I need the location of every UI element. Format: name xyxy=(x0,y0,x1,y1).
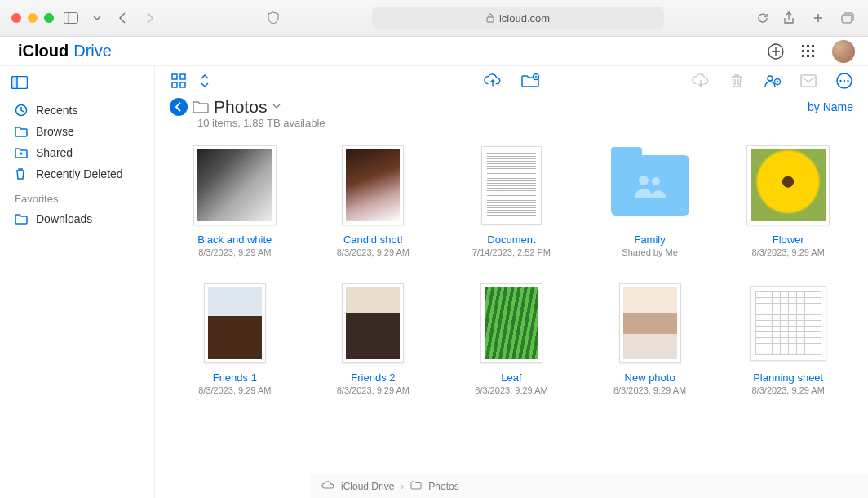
add-circle-icon[interactable] xyxy=(767,42,785,60)
file-item[interactable]: Flower8/3/2023, 9:29 AM xyxy=(723,144,853,257)
breadcrumb-root[interactable]: iCloud Drive xyxy=(341,481,394,492)
image-thumbnail xyxy=(342,145,404,225)
svg-rect-13 xyxy=(807,55,809,57)
sidebar-item-browse[interactable]: Browse xyxy=(7,121,148,142)
svg-rect-20 xyxy=(172,74,177,79)
new-folder-icon[interactable] xyxy=(521,72,539,90)
sidebar-section-favorites: Favorites xyxy=(7,185,148,208)
sidebar-item-label: Shared xyxy=(36,146,73,159)
new-tab-icon[interactable] xyxy=(809,9,827,27)
file-item[interactable]: Black and white8/3/2023, 9:29 AM xyxy=(170,144,300,257)
svg-rect-22 xyxy=(172,82,177,87)
file-item[interactable]: New photo8/3/2023, 9:29 AM xyxy=(585,282,715,395)
tabs-overview-icon[interactable] xyxy=(839,9,857,27)
item-meta: 8/3/2023, 9:29 AM xyxy=(752,247,825,257)
logo-drive: Drive xyxy=(73,42,112,60)
close-window-button[interactable] xyxy=(11,13,21,23)
svg-rect-10 xyxy=(807,50,809,52)
image-thumbnail xyxy=(193,145,277,225)
sidebar-collapse-icon[interactable] xyxy=(7,73,148,100)
document-thumbnail xyxy=(481,146,542,225)
zoom-window-button[interactable] xyxy=(44,13,54,23)
item-name: Candid shot! xyxy=(343,233,403,246)
folder-small-icon xyxy=(410,481,422,492)
image-thumbnail xyxy=(480,283,542,363)
item-meta: Shared by Me xyxy=(622,247,677,257)
folder-thumbnail xyxy=(611,155,689,216)
sidebar-item-label: Recently Deleted xyxy=(36,167,123,180)
item-name: Black and white xyxy=(197,233,272,246)
forward-button[interactable] xyxy=(140,9,158,27)
svg-rect-27 xyxy=(801,75,816,87)
sidebar-item-recents[interactable]: Recents xyxy=(7,100,148,121)
file-item[interactable]: Candid shot!8/3/2023, 9:29 AM xyxy=(308,144,439,257)
sidebar-item-recently-deleted[interactable]: Recently Deleted xyxy=(7,163,148,185)
svg-point-25 xyxy=(768,76,773,81)
main-content: Photos by Name 10 items, 1.89 TB availab… xyxy=(155,66,868,498)
download-icon[interactable] xyxy=(692,72,710,90)
image-thumbnail xyxy=(342,283,404,363)
folder-icon xyxy=(15,126,29,137)
file-item[interactable]: Leaf8/3/2023, 9:29 AM xyxy=(446,282,577,395)
svg-rect-2 xyxy=(487,17,494,22)
title-chevron-icon[interactable] xyxy=(272,100,281,114)
file-item[interactable]: Friends 18/3/2023, 9:29 AM xyxy=(170,282,300,395)
item-name: Flower xyxy=(773,233,804,246)
sidebar-item-downloads[interactable]: Downloads xyxy=(7,208,148,229)
share-icon[interactable] xyxy=(780,9,798,27)
item-meta: 8/3/2023, 9:29 AM xyxy=(337,247,410,257)
item-name: Planning sheet xyxy=(753,371,823,384)
item-name: Friends 2 xyxy=(351,371,395,384)
app-logo[interactable]: iCloud Drive xyxy=(13,42,112,60)
folder-icon xyxy=(15,213,29,225)
collaborate-icon[interactable] xyxy=(764,72,782,90)
view-grid-icon[interactable] xyxy=(170,72,188,90)
reload-icon[interactable] xyxy=(754,9,772,27)
sidebar-item-label: Browse xyxy=(36,125,74,138)
svg-rect-12 xyxy=(802,55,804,57)
item-name: Document xyxy=(487,233,535,246)
clock-icon xyxy=(15,104,29,117)
svg-point-29 xyxy=(839,80,841,82)
svg-rect-7 xyxy=(807,45,809,47)
spreadsheet-thumbnail xyxy=(750,286,826,361)
delete-icon[interactable] xyxy=(728,72,746,90)
file-item[interactable]: Planning sheet8/3/2023, 9:29 AM xyxy=(723,282,853,395)
svg-rect-6 xyxy=(802,45,804,47)
apps-grid-icon[interactable] xyxy=(799,42,817,60)
svg-rect-14 xyxy=(812,55,814,57)
address-text: icloud.com xyxy=(499,12,550,24)
svg-rect-0 xyxy=(64,13,78,24)
lock-icon xyxy=(486,13,494,23)
trash-icon xyxy=(15,167,29,180)
item-name: Friends 1 xyxy=(213,371,257,384)
view-options-icon[interactable] xyxy=(196,72,214,90)
sidebar-item-shared[interactable]: Shared xyxy=(7,142,148,163)
shield-icon[interactable] xyxy=(264,9,282,27)
address-bar[interactable]: icloud.com xyxy=(372,7,664,29)
items-grid: Black and white8/3/2023, 9:29 AMCandid s… xyxy=(155,137,868,498)
svg-rect-11 xyxy=(812,50,814,52)
account-avatar[interactable] xyxy=(832,40,855,63)
breadcrumb-separator-icon: › xyxy=(401,481,404,492)
item-name: Family xyxy=(634,233,665,246)
breadcrumb-current: Photos xyxy=(428,481,458,492)
upload-icon[interactable] xyxy=(484,72,502,90)
file-item[interactable]: Friends 28/3/2023, 9:29 AM xyxy=(308,282,439,395)
minimize-window-button[interactable] xyxy=(28,13,38,23)
toolbar xyxy=(155,66,868,96)
more-icon[interactable] xyxy=(835,72,853,90)
shared-folder-icon xyxy=(15,147,29,158)
logo-icloud: iCloud xyxy=(18,42,69,60)
sort-by-button[interactable]: by Name xyxy=(808,100,853,113)
file-item[interactable]: FamilyShared by Me xyxy=(585,144,715,257)
back-button[interactable] xyxy=(114,9,132,27)
item-meta: 7/14/2023, 2:52 PM xyxy=(472,247,551,257)
file-item[interactable]: Document7/14/2023, 2:52 PM xyxy=(446,144,577,257)
app-header: iCloud Drive xyxy=(0,37,868,66)
folder-subtitle: 10 items, 1.89 TB available xyxy=(155,117,868,137)
email-icon[interactable] xyxy=(799,72,817,90)
sidebar-toggle-icon[interactable] xyxy=(62,9,80,27)
chevron-down-icon[interactable] xyxy=(88,9,106,27)
back-circle-button[interactable] xyxy=(170,98,188,116)
